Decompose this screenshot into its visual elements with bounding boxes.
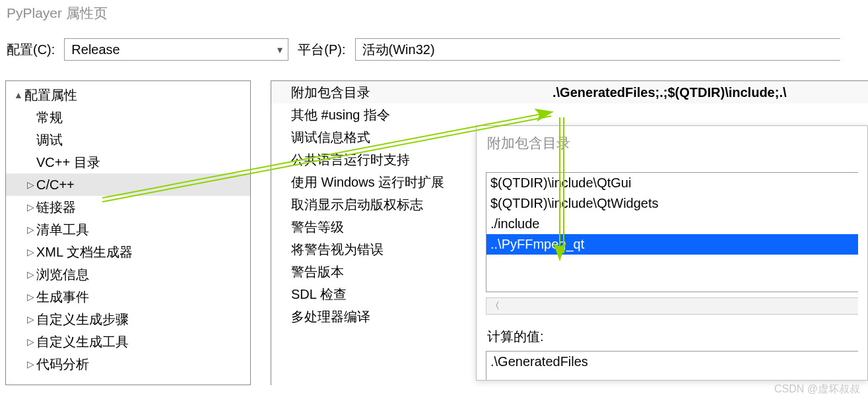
list-item[interactable]: ./include bbox=[486, 214, 858, 234]
property-value[interactable]: .\GeneratedFiles;.;$(QTDIR)\include;.\ bbox=[549, 85, 868, 100]
property-label: 附加包含目录 bbox=[271, 84, 549, 102]
tree-item-label: C/C++ bbox=[36, 173, 75, 196]
triangle-right-icon: ▷ bbox=[24, 173, 36, 196]
tree-item[interactable]: ▷常规 bbox=[6, 106, 250, 129]
tree-item[interactable]: ▷C/C++ bbox=[6, 173, 250, 196]
config-label: 配置(C): bbox=[7, 41, 55, 59]
list-item[interactable]: $(QTDIR)\include\QtGui bbox=[486, 173, 858, 193]
platform-label: 平台(P): bbox=[298, 41, 345, 59]
tree-item[interactable]: ▷浏览信息 bbox=[6, 263, 250, 286]
property-label: 其他 #using 指令 bbox=[271, 106, 549, 124]
tree-item-label: 浏览信息 bbox=[36, 263, 89, 286]
tree-item-label: VC++ 目录 bbox=[36, 151, 100, 173]
platform-combo[interactable]: 活动(Win32) bbox=[355, 38, 840, 61]
tree-item-label: 生成事件 bbox=[36, 286, 89, 308]
triangle-right-icon: ▷ bbox=[24, 353, 36, 375]
triangle-right-icon: ▷ bbox=[24, 241, 36, 263]
triangle-right-icon: ▷ bbox=[24, 308, 36, 330]
property-row[interactable]: 附加包含目录.\GeneratedFiles;.;$(QTDIR)\includ… bbox=[271, 81, 868, 104]
watermark: CSDN @虚坏叔叔 bbox=[774, 383, 860, 396]
triangle-right-icon: ▷ bbox=[24, 218, 36, 241]
tree-item-label: 自定义生成工具 bbox=[36, 330, 129, 353]
tree-item[interactable]: ▷XML 文档生成器 bbox=[6, 241, 250, 263]
toolbar: 配置(C): Release ▾ 平台(P): 活动(Win32) bbox=[0, 33, 868, 80]
tree-item[interactable]: ▷链接器 bbox=[6, 196, 250, 218]
nav-tree[interactable]: ▲ 配置属性 ▷常规▷调试▷VC++ 目录▷C/C++▷链接器▷清单工具▷XML… bbox=[5, 80, 251, 385]
horizontal-scrollbar[interactable]: 〈 bbox=[486, 297, 858, 315]
tree-item-label: 链接器 bbox=[36, 196, 76, 218]
tree-item-label: 调试 bbox=[36, 129, 63, 151]
tree-item[interactable]: ▷自定义生成工具 bbox=[6, 330, 250, 353]
calc-value: .\GeneratedFiles bbox=[490, 354, 588, 369]
list-item[interactable]: ..\PyFFmpeg_qt bbox=[486, 234, 858, 255]
tree-root-label: 配置属性 bbox=[24, 84, 77, 106]
platform-value: 活动(Win32) bbox=[362, 41, 435, 59]
triangle-right-icon: ▷ bbox=[24, 330, 36, 353]
triangle-right-icon: ▷ bbox=[24, 263, 36, 286]
tree-root[interactable]: ▲ 配置属性 bbox=[6, 84, 250, 106]
list-item[interactable]: $(QTDIR)\include\QtWidgets bbox=[486, 193, 858, 214]
include-dirs-dialog[interactable]: 附加包含目录 $(QTDIR)\include\QtGui$(QTDIR)\in… bbox=[476, 125, 868, 381]
dialog-title: 附加包含目录 bbox=[477, 126, 867, 172]
config-value: Release bbox=[71, 42, 119, 57]
calc-value-box: .\GeneratedFiles bbox=[486, 351, 858, 380]
calc-label: 计算的值: bbox=[477, 325, 867, 348]
config-combo[interactable]: Release ▾ bbox=[64, 38, 288, 61]
chevron-down-icon: ▾ bbox=[277, 44, 283, 56]
triangle-down-icon: ▲ bbox=[13, 84, 24, 106]
tree-item-label: 代码分析 bbox=[36, 353, 89, 375]
tree-item[interactable]: ▷清单工具 bbox=[6, 218, 250, 241]
tree-item-label: XML 文档生成器 bbox=[36, 241, 133, 263]
scroll-left-icon[interactable]: 〈 bbox=[486, 298, 504, 314]
tree-item[interactable]: ▷调试 bbox=[6, 129, 250, 151]
triangle-right-icon: ▷ bbox=[24, 286, 36, 308]
window-title: PyPlayer 属性页 bbox=[0, 0, 868, 33]
tree-item[interactable]: ▷自定义生成步骤 bbox=[6, 308, 250, 330]
tree-item[interactable]: ▷代码分析 bbox=[6, 353, 250, 375]
triangle-right-icon: ▷ bbox=[24, 196, 36, 218]
tree-item-label: 清单工具 bbox=[36, 218, 89, 241]
tree-item[interactable]: ▷生成事件 bbox=[6, 286, 250, 308]
tree-item[interactable]: ▷VC++ 目录 bbox=[6, 151, 250, 173]
dialog-listbox[interactable]: $(QTDIR)\include\QtGui$(QTDIR)\include\Q… bbox=[486, 172, 858, 292]
tree-item-label: 自定义生成步骤 bbox=[36, 308, 129, 330]
tree-item-label: 常规 bbox=[36, 106, 63, 129]
property-row[interactable]: 其他 #using 指令 bbox=[271, 104, 868, 126]
